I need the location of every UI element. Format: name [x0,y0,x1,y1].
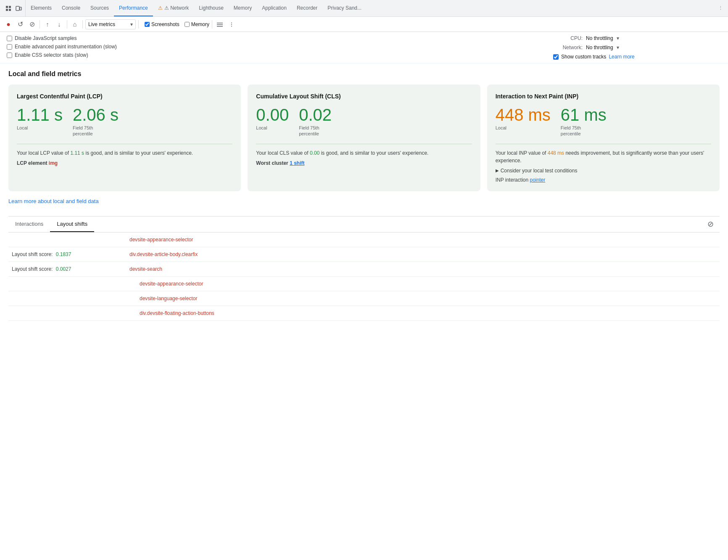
svg-rect-1 [9,6,11,8]
lcp-card: Largest Contentful Paint (LCP) 1.11 s Lo… [8,85,241,191]
more-options-button[interactable] [227,19,237,29]
svg-rect-5 [20,7,21,10]
advanced-paint-setting[interactable]: Enable advanced paint instrumentation (s… [7,44,553,50]
tab-privacy-sandbox[interactable]: Privacy Sand... [322,0,367,16]
tab-layout-shifts[interactable]: Layout shifts [50,217,94,232]
devtools-icons [2,0,26,16]
inp-highlight: 448 ms [548,150,564,156]
tab-memory[interactable]: Memory [229,0,257,16]
screenshots-checkbox-group[interactable]: Screenshots [145,21,179,27]
cls-desc: Your local CLS value of 0.00 is good, an… [256,149,472,157]
lcp-values: 1.11 s Local 2.06 s Field 75thpercentile [17,106,232,137]
inp-local: 448 ms Local [496,106,551,137]
network-chevron-icon: ▾ [617,45,619,50]
inp-field-value: 61 ms [561,106,607,123]
download-button[interactable]: ↓ [54,19,64,29]
score-cell [8,276,126,291]
lcp-local: 1.11 s Local [17,106,63,137]
tab-elements[interactable]: Elements [26,0,57,16]
divider-3 [82,20,83,29]
lcp-element-tag[interactable]: img [49,160,58,166]
inp-desc: Your local INP value of 448 ms needs imp… [496,149,711,164]
divider-5 [212,20,212,29]
cls-values: 0.00 Local 0.02 Field 75thpercentile [256,106,472,137]
devtools-device-icon[interactable] [14,4,23,13]
disable-js-samples-setting[interactable]: Disable JavaScript samples [7,35,553,41]
inp-divider [496,144,711,144]
css-selector-setting[interactable]: Enable CSS selector stats (slow) [7,52,553,58]
network-throttle-row: Network: No throttling ▾ [553,45,721,50]
tab-lighthouse[interactable]: Lighthouse [194,0,229,16]
reload-button[interactable]: ↺ [15,19,25,29]
live-metrics-dropdown[interactable]: Live metrics ▾ [85,19,136,29]
cls-local-label: Local [256,125,289,131]
table-row: devsite-language-selector [8,291,720,306]
disable-js-samples-checkbox[interactable] [7,36,12,41]
inp-field-label: Field 75thpercentile [561,125,607,137]
element-name[interactable]: devsite-appearance-selector [129,237,193,243]
score-cell: Layout shift score: 0.1837 [8,247,126,262]
tab-recorder[interactable]: Recorder [292,0,322,16]
divider-1 [40,20,40,29]
element-name[interactable]: devsite-language-selector [140,296,197,301]
upload-button[interactable]: ↑ [42,19,53,29]
cpu-chevron-icon: ▾ [617,35,619,41]
clear-button[interactable]: ⊘ [27,19,37,29]
home-button[interactable]: ⌂ [70,19,80,29]
divider-4 [138,20,139,29]
score-cell: Layout shift score: 0.0027 [8,262,126,276]
element-cell: devsite-appearance-selector [126,276,720,291]
table-row: Layout shift score: 0.1837 div.devsite-a… [8,247,720,262]
css-selector-checkbox[interactable] [7,53,12,58]
settings-icon[interactable]: ⋮ [716,4,725,13]
custom-tracks-checkbox[interactable] [553,54,559,60]
element-name[interactable]: div.devsite-floating-action-buttons [140,310,214,316]
tab-application[interactable]: Application [257,0,292,16]
clear-table-button[interactable]: ⊘ [704,218,716,230]
cpu-throttle-dropdown[interactable]: No throttling ▾ [586,35,619,41]
svg-rect-3 [9,9,11,11]
lcp-highlight: 1.11 s [70,150,84,156]
score-cell [8,291,126,306]
cpu-throttle-row: CPU: No throttling ▾ [553,35,721,41]
devtools-cursor-icon[interactable] [4,4,13,13]
table-row: devsite-appearance-selector [8,232,720,247]
inp-title: Interaction to Next Paint (INP) [496,93,711,100]
tab-sources[interactable]: Sources [85,0,114,16]
learn-more-field-link[interactable]: Learn more about local and field data [8,198,99,204]
inp-values: 448 ms Local 61 ms Field 75thpercentile [496,106,711,137]
section-title: Local and field metrics [8,70,720,78]
metrics-grid: Largest Contentful Paint (LCP) 1.11 s Lo… [8,85,720,191]
tab-performance[interactable]: Performance [114,0,153,16]
tab-console[interactable]: Console [57,0,85,16]
element-name[interactable]: devsite-search [129,266,162,272]
memory-checkbox-group[interactable]: Memory [185,21,209,27]
memory-checkbox[interactable] [185,22,190,27]
tab-interactions[interactable]: Interactions [8,217,50,232]
inp-collapsible[interactable]: ▶ Consider your local test conditions [496,168,711,174]
cls-field-label: Field 75thpercentile [299,125,332,137]
layout-shifts-table: devsite-appearance-selector Layout shift… [8,232,720,321]
record-button[interactable]: ● [3,19,13,29]
inp-local-value: 448 ms [496,106,551,123]
flame-chart-button[interactable] [215,19,225,29]
main-content: Local and field metrics Largest Contentf… [0,63,728,328]
settings-panel: Disable JavaScript samples Enable advanc… [0,32,728,63]
lcp-desc: Your local LCP value of 1.11 s is good, … [17,149,232,157]
lcp-local-value: 1.11 s [17,106,63,123]
custom-tracks-row: Show custom tracks Learn more [553,54,721,60]
advanced-paint-checkbox[interactable] [7,44,12,50]
lcp-local-label: Local [17,125,63,131]
tab-network[interactable]: ⚠ ⚠ Network [153,0,194,16]
network-throttle-dropdown[interactable]: No throttling ▾ [586,45,619,50]
learn-more-link[interactable]: Learn more [609,54,634,60]
divider-2 [67,20,67,29]
inp-local-label: Local [496,125,551,131]
element-name[interactable]: devsite-appearance-selector [140,281,203,287]
lcp-title: Largest Contentful Paint (LCP) [17,93,232,100]
element-name[interactable]: div.devsite-article-body.clearfix [129,251,198,257]
inp-pointer-link[interactable]: pointer [530,177,545,183]
screenshots-checkbox[interactable] [145,22,150,27]
cls-worst-cluster-link[interactable]: 1 shift [290,160,304,166]
cls-field-value: 0.02 [299,106,332,123]
